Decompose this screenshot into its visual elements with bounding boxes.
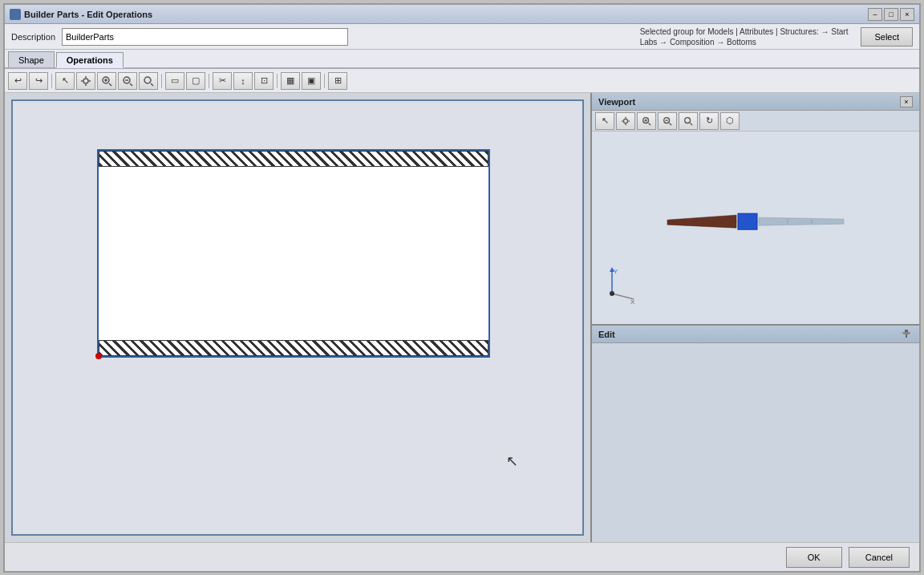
svg-line-13 <box>151 83 153 86</box>
viewport-header: Viewport × <box>592 93 919 111</box>
vp-tool-zoom-in[interactable] <box>637 112 656 130</box>
vp-tool-zoom-out[interactable] <box>658 112 677 130</box>
toolbar-separator-4 <box>277 74 278 88</box>
toolbar-separator-5 <box>324 74 325 88</box>
svg-marker-31 <box>759 217 844 225</box>
3d-shape-svg <box>659 197 852 245</box>
tool-cross[interactable]: ⊡ <box>254 72 274 90</box>
tool-zoom-out[interactable] <box>118 72 137 90</box>
svg-line-6 <box>109 83 111 86</box>
axis-indicator: Y X <box>600 265 640 308</box>
zoom-fit-icon <box>143 75 154 87</box>
tool-undo[interactable]: ↩ <box>8 72 27 90</box>
svg-point-15 <box>625 116 626 118</box>
svg-line-20 <box>649 123 651 125</box>
hatch-bar-bottom <box>99 340 488 356</box>
tool-redo[interactable]: ↪ <box>29 72 48 90</box>
vp-zoom-in-icon <box>642 116 651 126</box>
cancel-button[interactable]: Cancel <box>849 547 910 568</box>
svg-marker-42 <box>902 332 910 334</box>
svg-point-17 <box>622 120 623 122</box>
edit-title: Edit <box>598 330 900 339</box>
edit-body <box>592 343 919 542</box>
tab-operations[interactable]: Operations <box>56 52 124 68</box>
axis-svg: Y X <box>600 265 640 306</box>
tool-settings[interactable] <box>76 72 95 90</box>
canvas-inner[interactable]: ↖ <box>11 99 584 536</box>
vp-gear-icon <box>621 116 630 126</box>
vp-zoom-fit-icon <box>683 116 693 126</box>
pin-icon <box>902 330 911 339</box>
canvas-area[interactable]: ↖ <box>5 93 590 542</box>
svg-line-10 <box>130 83 132 86</box>
svg-point-14 <box>623 119 627 123</box>
title-bar: Builder Parts - Edit Operations – □ × <box>5 5 919 24</box>
svg-point-12 <box>144 77 151 83</box>
zoom-in-icon <box>101 75 112 87</box>
vp-tool-settings[interactable] <box>616 112 635 130</box>
vp-tool-zoom-fit[interactable] <box>679 112 698 130</box>
description-label: Description <box>11 32 55 42</box>
bottom-bar: OK Cancel <box>5 542 919 571</box>
maximize-button[interactable]: □ <box>884 8 898 21</box>
vp-tool-3d[interactable]: ⬡ <box>720 112 740 130</box>
svg-point-0 <box>83 79 88 83</box>
tool-frame[interactable]: ▭ <box>165 72 184 90</box>
toolbar-separator-3 <box>209 74 209 88</box>
tab-shape[interactable]: Shape <box>8 51 55 67</box>
svg-point-26 <box>685 117 691 123</box>
tool-grid1[interactable]: ▦ <box>281 72 300 90</box>
viewport-title: Viewport <box>598 97 900 107</box>
title-text: Builder Parts - Edit Operations <box>24 10 868 19</box>
title-controls: – □ × <box>868 8 914 21</box>
svg-line-24 <box>670 123 672 125</box>
tool-select[interactable]: ↖ <box>55 72 75 90</box>
svg-point-2 <box>85 84 87 86</box>
svg-text:X: X <box>630 298 635 306</box>
select-button[interactable]: Select <box>861 27 913 47</box>
close-window-button[interactable]: × <box>900 8 914 21</box>
svg-point-16 <box>625 124 626 125</box>
vp-tool-rotate[interactable]: ↻ <box>699 112 719 130</box>
svg-rect-29 <box>738 213 757 229</box>
svg-marker-30 <box>667 215 736 228</box>
title-icon <box>10 9 21 20</box>
viewport-body: Y X <box>592 132 919 324</box>
canvas-content <box>97 149 498 358</box>
svg-point-18 <box>628 120 630 122</box>
edit-header: Edit <box>592 326 919 343</box>
svg-point-1 <box>85 76 87 78</box>
svg-point-37 <box>610 291 614 296</box>
minimize-button[interactable]: – <box>868 8 882 21</box>
toolbar-separator-2 <box>161 74 162 88</box>
tool-select-box[interactable]: ▢ <box>186 72 205 90</box>
tool-arrow[interactable]: ↕ <box>233 72 253 90</box>
tool-zoom-fit[interactable] <box>139 72 158 90</box>
main-window: Builder Parts - Edit Operations – □ × De… <box>3 3 921 573</box>
description-input[interactable] <box>62 28 348 46</box>
tool-cut[interactable]: ✂ <box>213 72 232 90</box>
zoom-out-icon <box>122 75 133 87</box>
gear-icon <box>80 75 91 87</box>
edit-section: Edit <box>592 326 919 542</box>
cursor-indicator: ↖ <box>506 452 518 470</box>
3d-shape-container <box>659 197 852 248</box>
viewport-section: Viewport × ↖ <box>592 93 919 326</box>
svg-point-4 <box>89 80 91 82</box>
tool-layers[interactable]: ⊞ <box>328 72 347 90</box>
viewport-close-button[interactable]: × <box>900 96 913 107</box>
ok-button[interactable]: OK <box>786 547 842 568</box>
vp-tool-select[interactable]: ↖ <box>595 112 614 130</box>
tool-zoom-in[interactable] <box>97 72 116 90</box>
main-content: ↖ Viewport × ↖ <box>5 93 919 542</box>
right-panel: Viewport × ↖ <box>590 93 919 542</box>
dot-marker <box>95 353 102 359</box>
selected-group-text2: Labs → Composition → Bottoms <box>640 37 756 47</box>
selected-group-text1: Selected group for Models | Attributes |… <box>640 26 849 37</box>
viewport-toolbar: ↖ <box>592 111 919 132</box>
edit-pin-button[interactable] <box>900 329 913 340</box>
tool-grid2[interactable]: ▣ <box>302 72 321 90</box>
svg-line-27 <box>691 123 693 125</box>
description-row: Description Selected group for Models | … <box>5 24 919 50</box>
shape-box <box>97 149 490 358</box>
